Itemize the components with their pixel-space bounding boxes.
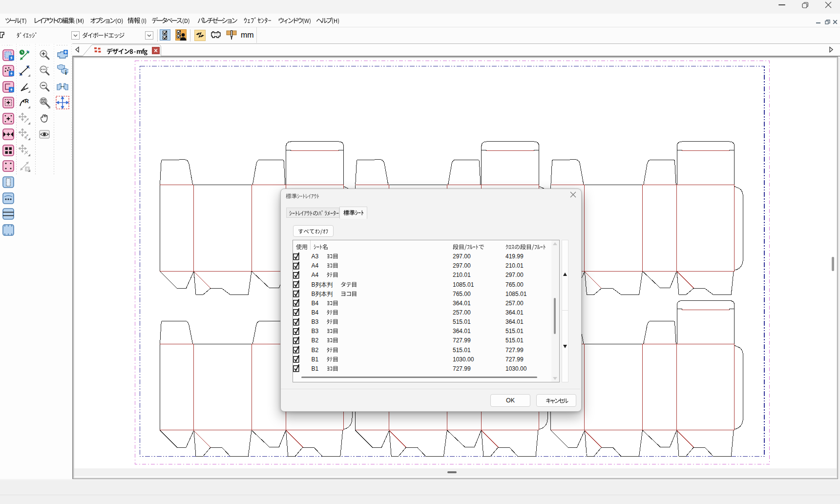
svg-text:R: R bbox=[25, 98, 29, 104]
svg-text:i: i bbox=[65, 69, 67, 76]
svg-text:3: 3 bbox=[25, 136, 27, 140]
